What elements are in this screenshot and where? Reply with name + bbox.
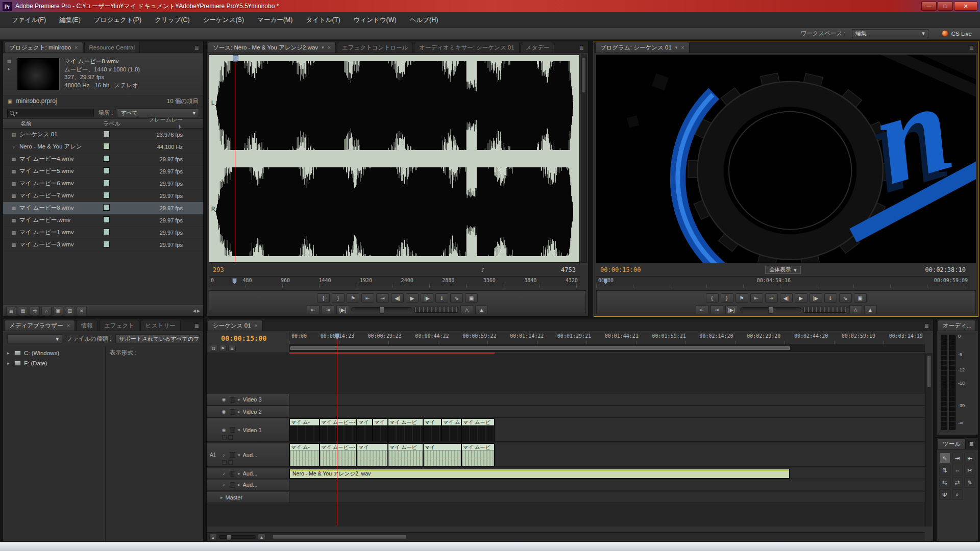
rolling-edit-tool[interactable]: ⇅ (939, 465, 950, 475)
export-frame-button[interactable]: ▣ (854, 293, 867, 303)
work-area-bar[interactable] (289, 345, 925, 352)
close-icon[interactable]: × (255, 321, 258, 331)
source-ruler[interactable]: 04809601440192024002880336038404320 (209, 276, 580, 288)
tab-info[interactable]: 情報 (76, 320, 98, 331)
hand-tool[interactable]: Ψ (939, 489, 950, 500)
menu-item[interactable]: ファイル(F) (5, 12, 53, 28)
program-ruler[interactable]: 00;00 00:04:59:16 00:09:59:09 (596, 276, 970, 288)
audio-clip[interactable]: マイ ム- (289, 443, 320, 466)
video-clip[interactable]: マイ ムービ (461, 418, 495, 441)
step-forward-button[interactable]: |▶ (810, 293, 822, 303)
play-icon[interactable]: ▸ (8, 66, 11, 71)
icon-view-button[interactable]: ▦ (18, 307, 28, 315)
add-marker-button[interactable]: ⚑ (736, 293, 748, 303)
ripple-edit-tool[interactable]: ⇤ (964, 453, 975, 463)
tab-effect-controls[interactable]: エフェクトコントロール (337, 42, 413, 53)
search-box[interactable]: ▾ (7, 109, 94, 117)
rate-stretch-tool[interactable]: ⇔ (952, 465, 963, 475)
zoom-level-dropdown[interactable]: 全体表示 ▾ (765, 266, 800, 274)
project-item-row[interactable]: ▦ マイ ムービー8.wmv 29.97 fps (3, 202, 203, 214)
chevron-down-icon[interactable]: ▾ (322, 43, 324, 53)
timeline-horizontal-scrollbar[interactable]: ▴ ▲ (207, 532, 925, 541)
zoom-tool[interactable]: ⌕ (952, 489, 963, 500)
drive-item[interactable]: ▸ C: (Windows) (3, 348, 105, 358)
track-select-tool[interactable]: ⇥ (952, 453, 963, 463)
menu-item[interactable]: ヘルプ(H) (403, 12, 445, 28)
tab-tools[interactable]: ツール (938, 438, 966, 449)
label-chip[interactable] (103, 204, 110, 211)
video-clip[interactable]: マイ (373, 418, 388, 441)
cs-live-button[interactable]: CS Live (942, 30, 972, 37)
zoom-slider-thumb[interactable] (227, 534, 231, 540)
close-icon[interactable]: × (328, 43, 331, 53)
speaker-icon[interactable]: ♪ (220, 482, 227, 487)
audio-clip-nero[interactable]: Nero - Me & You アレンジ2. wav (289, 469, 790, 479)
tab-metadata[interactable]: メタデー (521, 42, 555, 53)
disclosure-icon[interactable]: ▸ (7, 361, 11, 366)
track-header-audio2[interactable]: ♪ ▸ Aud... (207, 468, 289, 479)
go-to-in-button[interactable]: ⇤ (361, 293, 374, 303)
panel-menu-icon[interactable]: ≣ (192, 42, 201, 53)
project-list-header[interactable]: 名前 ラベル フレームレート (3, 119, 203, 129)
label-chip[interactable] (103, 167, 110, 174)
tab-sequence-01[interactable]: シーケンス 01 × (208, 320, 263, 331)
track-lock-toggle[interactable] (230, 452, 235, 458)
shuttle-thumb[interactable] (768, 306, 773, 314)
overwrite-button[interactable]: ⇘ (839, 293, 852, 303)
track-visibility-icon[interactable]: ◉ (220, 409, 227, 414)
project-item-row[interactable]: ▦ マイ ムービー7.wmv 29.97 fps (3, 190, 203, 202)
speaker-icon[interactable]: ♪ (481, 267, 484, 273)
step-forward-button[interactable]: |▶ (421, 293, 433, 303)
track-expand-icon[interactable]: ▾ (238, 428, 240, 433)
go-to-in-button[interactable]: ⇤ (750, 293, 763, 303)
audio-clip[interactable]: マイ ムービー- (320, 443, 357, 466)
workspace-dropdown[interactable]: 編集 ▾ (852, 29, 928, 38)
master-track-content[interactable] (289, 492, 925, 503)
find-button[interactable]: ⌕ (41, 307, 52, 315)
mark-in-button[interactable]: { (317, 293, 330, 303)
go-to-out-button[interactable]: ⇥ (765, 293, 778, 303)
shuttle-thumb[interactable] (379, 306, 384, 314)
automate-to-sequence-button[interactable]: ⇉ (30, 307, 40, 315)
scrollbar-thumb[interactable] (582, 57, 586, 93)
track-header-video2[interactable]: ◉ ▸ Video 2 (207, 406, 289, 418)
chevron-down-icon[interactable]: ▾ (675, 43, 678, 53)
tab-program[interactable]: プログラム: シーケンス 01 ▾ × (595, 42, 690, 53)
slide-tool[interactable]: ⇄ (952, 477, 963, 488)
insert-button[interactable]: ⇓ (824, 293, 837, 303)
program-video-display[interactable]: n n (596, 55, 976, 263)
panel-menu-icon[interactable]: ≣ (967, 439, 976, 449)
tab-audio-meters[interactable]: オーディ... (938, 320, 976, 331)
project-item-row[interactable]: ▦ マイ ムービー5.wmv 29.97 fps (3, 165, 203, 178)
label-chip[interactable] (103, 216, 110, 223)
go-to-next-edit-button[interactable]: ⇥ (322, 305, 334, 314)
project-item-row[interactable]: ♪ Nero - Me & You アレン 44,100 Hz (3, 141, 203, 153)
project-item-row[interactable]: ▦ マイ ムービー1.wmv 29.97 fps (3, 227, 203, 239)
set-marker-button[interactable]: ⚑ (219, 345, 227, 352)
tab-source[interactable]: ソース: Nero - Me & You アレンジ2.wav ▾ × (208, 42, 336, 53)
video-track-1-content[interactable]: マイ ム- マイ ムービー-! マイ マイ マイ ムービ マイ マイ ム (289, 418, 925, 442)
label-chip[interactable] (103, 180, 110, 186)
panel-menu-icon[interactable]: ≣ (192, 320, 201, 331)
clear-button[interactable]: ✕ (77, 307, 87, 315)
project-item-row[interactable]: ▦ マイ ムービー4.wmv 29.97 fps (3, 153, 203, 165)
tab-history[interactable]: ヒストリー (140, 320, 181, 331)
video-clip[interactable]: マイ (357, 418, 373, 441)
zoom-out-button[interactable]: ▴ (209, 534, 217, 540)
track-expand-icon[interactable]: ▸ (238, 397, 240, 402)
project-item-row[interactable]: ▦ マイ ムービー6.wmv 29.97 fps (3, 178, 203, 190)
timeline-playhead[interactable] (337, 335, 337, 525)
track-header-video3[interactable]: ◉ ▸ Video 3 (207, 394, 289, 406)
video-clip[interactable]: マイ ムービ (388, 418, 423, 441)
menu-item[interactable]: プロジェクト(P) (87, 12, 148, 28)
zoom-in-button[interactable]: ▲ (258, 534, 265, 540)
program-timecode[interactable]: 00:00:15:00 (600, 266, 641, 273)
menu-item[interactable]: クリップ(C) (148, 12, 197, 28)
selection-tool[interactable]: ↖ (939, 453, 950, 463)
media-path-dropdown[interactable]: ▾ (7, 334, 62, 343)
track-expand-icon[interactable]: ▾ (238, 453, 240, 458)
extract-button[interactable]: ▲ (475, 305, 488, 314)
search-input[interactable] (19, 110, 91, 116)
drive-item[interactable]: ▸ F: (Date) (3, 358, 105, 368)
add-marker-button[interactable]: ⚑ (347, 293, 359, 303)
